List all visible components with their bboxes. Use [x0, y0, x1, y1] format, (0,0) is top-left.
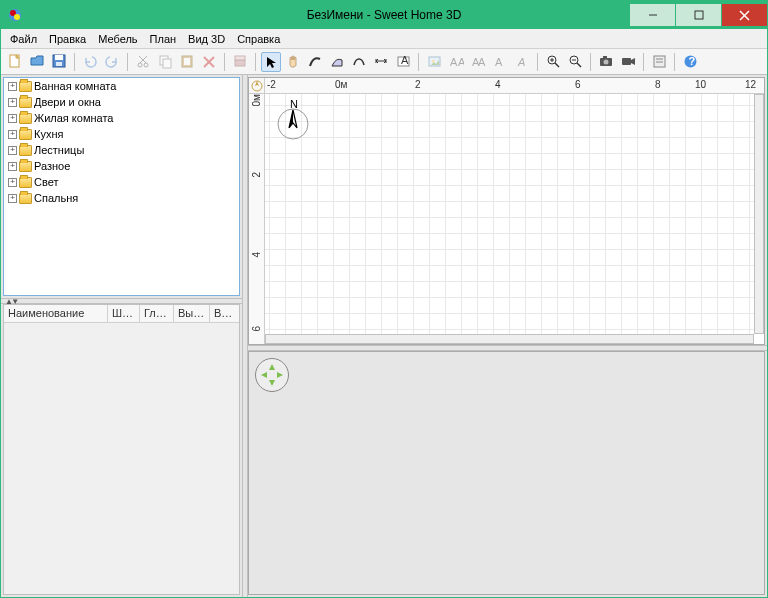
- svg-text:A: A: [401, 54, 409, 66]
- maximize-button[interactable]: [676, 4, 721, 26]
- window-controls: [629, 4, 767, 26]
- menu-file[interactable]: Файл: [5, 31, 42, 47]
- paste-icon[interactable]: [177, 52, 197, 72]
- minimize-button[interactable]: [630, 4, 675, 26]
- expand-icon[interactable]: +: [8, 114, 17, 123]
- catalog-item: +Жилая комната: [4, 110, 239, 126]
- catalog-item: +Ванная комната: [4, 78, 239, 94]
- furniture-catalog[interactable]: +Ванная комната +Двери и окна +Жилая ком…: [3, 77, 240, 296]
- left-pane: +Ванная комната +Двери и окна +Жилая ком…: [1, 75, 242, 597]
- expand-icon[interactable]: +: [8, 178, 17, 187]
- ruler-tick: 12: [745, 79, 756, 90]
- title-bar[interactable]: БезИмени - Sweet Home 3D: [1, 1, 767, 29]
- svg-line-13: [140, 56, 147, 63]
- catalog-label[interactable]: Двери и окна: [34, 96, 101, 108]
- expand-icon[interactable]: +: [8, 82, 17, 91]
- svg-text:A: A: [495, 56, 503, 68]
- catalog-item: +Спальня: [4, 190, 239, 206]
- col-depth[interactable]: Глуб...: [140, 305, 174, 322]
- catalog-label[interactable]: Жилая комната: [34, 112, 113, 124]
- catalog-label[interactable]: Разное: [34, 160, 70, 172]
- col-name[interactable]: Наименование: [4, 305, 108, 322]
- compass-icon[interactable]: N: [271, 98, 315, 142]
- col-visible[interactable]: Видимо...: [210, 305, 239, 322]
- create-text-icon[interactable]: A: [393, 52, 413, 72]
- menu-plan[interactable]: План: [145, 31, 182, 47]
- plan-grid[interactable]: [265, 94, 764, 344]
- import-bg-icon[interactable]: [424, 52, 444, 72]
- help-icon[interactable]: ?: [680, 52, 700, 72]
- compass-mini-icon: [251, 80, 263, 92]
- col-width[interactable]: Шир...: [108, 305, 140, 322]
- expand-icon[interactable]: +: [8, 98, 17, 107]
- expand-icon[interactable]: +: [8, 194, 17, 203]
- menu-bar: Файл Правка Мебель План Вид 3D Справка: [1, 29, 767, 49]
- pan-hand-icon[interactable]: [283, 52, 303, 72]
- close-button[interactable]: [722, 4, 767, 26]
- catalog-label[interactable]: Ванная комната: [34, 80, 116, 92]
- create-photo-icon[interactable]: [596, 52, 616, 72]
- svg-rect-44: [622, 58, 631, 65]
- create-dimensions-icon[interactable]: [371, 52, 391, 72]
- svg-text:A: A: [517, 56, 525, 68]
- ruler-corner-icon[interactable]: [249, 78, 265, 94]
- ruler-tick: -2: [267, 79, 276, 90]
- expand-icon[interactable]: +: [8, 162, 17, 171]
- svg-rect-43: [603, 56, 607, 59]
- save-icon[interactable]: [49, 52, 69, 72]
- delete-icon[interactable]: [199, 52, 219, 72]
- catalog-label[interactable]: Лестницы: [34, 144, 84, 156]
- create-video-icon[interactable]: [618, 52, 638, 72]
- cut-icon[interactable]: [133, 52, 153, 72]
- plan-hscrollbar[interactable]: [265, 334, 754, 344]
- menu-furniture[interactable]: Мебель: [93, 31, 142, 47]
- expand-icon[interactable]: +: [8, 146, 17, 155]
- folder-icon: [19, 97, 32, 108]
- add-furniture-icon[interactable]: [230, 52, 250, 72]
- svg-rect-18: [184, 58, 190, 65]
- create-polylines-icon[interactable]: [349, 52, 369, 72]
- open-icon[interactable]: [27, 52, 47, 72]
- create-rooms-icon[interactable]: [327, 52, 347, 72]
- catalog-label[interactable]: Спальня: [34, 192, 78, 204]
- text-style-icon[interactable]: A: [490, 52, 510, 72]
- vertical-ruler[interactable]: 0м 2 4 6: [249, 94, 265, 344]
- folder-icon: [19, 113, 32, 124]
- catalog-item: +Свет: [4, 174, 239, 190]
- menu-3dview[interactable]: Вид 3D: [183, 31, 230, 47]
- copy-icon[interactable]: [155, 52, 175, 72]
- svg-point-42: [603, 60, 608, 65]
- horizontal-ruler[interactable]: -2 0м 2 4 6 8 10 12: [265, 78, 764, 94]
- expand-icon[interactable]: +: [8, 130, 17, 139]
- text-bigger-icon[interactable]: AA: [446, 52, 466, 72]
- ruler-tick: 6: [251, 326, 262, 332]
- select-icon[interactable]: [261, 52, 281, 72]
- text-italic-icon[interactable]: A: [512, 52, 532, 72]
- folder-icon: [19, 177, 32, 188]
- 3d-nav-control[interactable]: [255, 358, 289, 392]
- toolbar-sep: [537, 53, 538, 71]
- new-icon[interactable]: [5, 52, 25, 72]
- svg-line-14: [139, 56, 146, 63]
- menu-help[interactable]: Справка: [232, 31, 285, 47]
- zoom-in-icon[interactable]: [543, 52, 563, 72]
- col-height[interactable]: Высота: [174, 305, 210, 322]
- 3d-view[interactable]: [248, 351, 765, 595]
- plan-vscrollbar[interactable]: [754, 94, 764, 334]
- undo-icon[interactable]: [80, 52, 100, 72]
- zoom-out-icon[interactable]: [565, 52, 585, 72]
- toolbar-sep: [127, 53, 128, 71]
- create-walls-icon[interactable]: [305, 52, 325, 72]
- catalog-label[interactable]: Кухня: [34, 128, 63, 140]
- svg-point-11: [138, 63, 142, 67]
- preferences-icon[interactable]: [649, 52, 669, 72]
- menu-edit[interactable]: Правка: [44, 31, 91, 47]
- folder-icon: [19, 193, 32, 204]
- catalog-label[interactable]: Свет: [34, 176, 58, 188]
- plan-view[interactable]: -2 0м 2 4 6 8 10 12 0м 2 4 6: [248, 77, 765, 345]
- ruler-tick: 4: [251, 252, 262, 258]
- catalog-item: +Разное: [4, 158, 239, 174]
- redo-icon[interactable]: [102, 52, 122, 72]
- furniture-table[interactable]: Наименование Шир... Глуб... Высота Видим…: [3, 304, 240, 595]
- text-smaller-icon[interactable]: AA: [468, 52, 488, 72]
